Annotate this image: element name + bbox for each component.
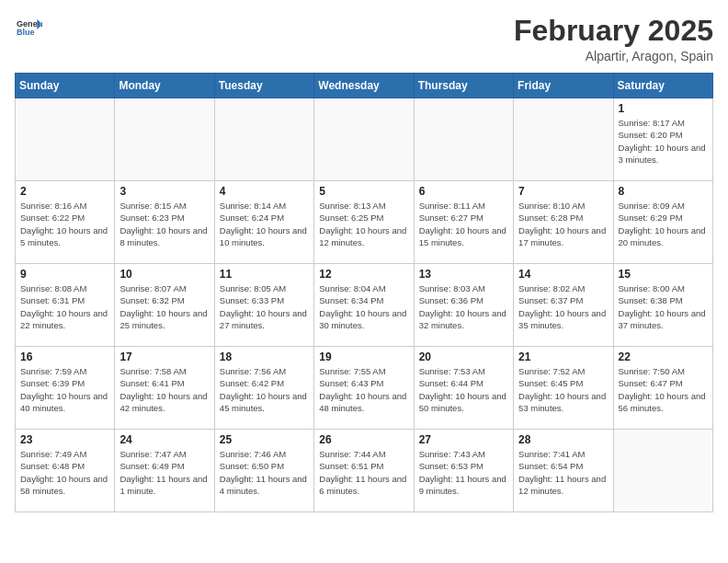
calendar-cell: 15Sunrise: 8:00 AM Sunset: 6:38 PM Dayli… — [613, 264, 712, 347]
svg-text:Blue: Blue — [17, 28, 35, 37]
day-number: 16 — [20, 350, 109, 363]
day-info: Sunrise: 8:02 AM Sunset: 6:37 PM Dayligh… — [518, 282, 608, 331]
calendar-cell: 11Sunrise: 8:05 AM Sunset: 6:33 PM Dayli… — [214, 264, 313, 347]
calendar-cell — [414, 98, 513, 181]
day-number: 23 — [20, 433, 109, 446]
day-number: 18 — [220, 350, 309, 363]
page-header: General Blue February 2025 Alpartir, Ara… — [15, 15, 713, 63]
day-number: 21 — [518, 350, 608, 363]
day-number: 9 — [20, 268, 109, 281]
calendar-cell: 20Sunrise: 7:53 AM Sunset: 6:44 PM Dayli… — [414, 347, 513, 430]
calendar-cell: 12Sunrise: 8:04 AM Sunset: 6:34 PM Dayli… — [314, 264, 414, 347]
day-info: Sunrise: 8:05 AM Sunset: 6:33 PM Dayligh… — [220, 282, 309, 331]
calendar-cell: 3Sunrise: 8:15 AM Sunset: 6:23 PM Daylig… — [115, 181, 214, 264]
day-info: Sunrise: 8:11 AM Sunset: 6:27 PM Dayligh… — [419, 200, 508, 248]
calendar-cell: 9Sunrise: 8:08 AM Sunset: 6:31 PM Daylig… — [16, 264, 115, 347]
calendar-cell: 28Sunrise: 7:41 AM Sunset: 6:54 PM Dayli… — [514, 430, 613, 512]
day-info: Sunrise: 8:07 AM Sunset: 6:32 PM Dayligh… — [119, 282, 209, 331]
day-info: Sunrise: 7:52 AM Sunset: 6:45 PM Dayligh… — [518, 365, 608, 414]
calendar-cell: 24Sunrise: 7:47 AM Sunset: 6:49 PM Dayli… — [115, 430, 214, 512]
day-number: 10 — [119, 268, 209, 281]
day-number: 5 — [319, 185, 408, 198]
calendar-week-row: 2Sunrise: 8:16 AM Sunset: 6:22 PM Daylig… — [16, 181, 713, 264]
calendar-title: February 2025 — [514, 15, 713, 47]
calendar-cell: 26Sunrise: 7:44 AM Sunset: 6:51 PM Dayli… — [314, 430, 414, 512]
calendar-cell: 5Sunrise: 8:13 AM Sunset: 6:25 PM Daylig… — [314, 181, 414, 264]
day-number: 3 — [119, 185, 209, 198]
calendar-table: SundayMondayTuesdayWednesdayThursdayFrid… — [15, 73, 713, 512]
weekday-header-wednesday: Wednesday — [314, 74, 414, 98]
day-info: Sunrise: 7:50 AM Sunset: 6:47 PM Dayligh… — [619, 365, 708, 414]
day-info: Sunrise: 7:59 AM Sunset: 6:39 PM Dayligh… — [20, 365, 109, 414]
day-info: Sunrise: 7:53 AM Sunset: 6:44 PM Dayligh… — [419, 365, 508, 414]
calendar-week-row: 23Sunrise: 7:49 AM Sunset: 6:48 PM Dayli… — [16, 430, 713, 512]
day-number: 28 — [518, 433, 608, 446]
day-info: Sunrise: 8:10 AM Sunset: 6:28 PM Dayligh… — [518, 200, 608, 248]
day-info: Sunrise: 8:15 AM Sunset: 6:23 PM Dayligh… — [119, 200, 209, 248]
day-number: 11 — [220, 268, 309, 281]
calendar-week-row: 1Sunrise: 8:17 AM Sunset: 6:20 PM Daylig… — [16, 98, 713, 181]
logo-icon: General Blue — [17, 15, 42, 40]
day-info: Sunrise: 8:04 AM Sunset: 6:34 PM Dayligh… — [319, 282, 408, 331]
day-info: Sunrise: 8:14 AM Sunset: 6:24 PM Dayligh… — [220, 200, 309, 248]
day-info: Sunrise: 7:55 AM Sunset: 6:43 PM Dayligh… — [319, 365, 408, 414]
calendar-cell — [514, 98, 613, 181]
day-number: 1 — [619, 102, 708, 115]
calendar-cell: 8Sunrise: 8:09 AM Sunset: 6:29 PM Daylig… — [613, 181, 712, 264]
day-info: Sunrise: 7:49 AM Sunset: 6:48 PM Dayligh… — [20, 448, 109, 497]
calendar-cell: 6Sunrise: 8:11 AM Sunset: 6:27 PM Daylig… — [414, 181, 513, 264]
calendar-cell — [314, 98, 414, 181]
calendar-cell: 19Sunrise: 7:55 AM Sunset: 6:43 PM Dayli… — [314, 347, 414, 430]
calendar-cell: 7Sunrise: 8:10 AM Sunset: 6:28 PM Daylig… — [514, 181, 613, 264]
calendar-cell — [16, 98, 115, 181]
weekday-header-row: SundayMondayTuesdayWednesdayThursdayFrid… — [16, 74, 713, 98]
day-number: 22 — [619, 350, 708, 363]
day-number: 14 — [518, 268, 608, 281]
day-number: 13 — [419, 268, 508, 281]
calendar-week-row: 16Sunrise: 7:59 AM Sunset: 6:39 PM Dayli… — [16, 347, 713, 430]
calendar-cell: 23Sunrise: 7:49 AM Sunset: 6:48 PM Dayli… — [16, 430, 115, 512]
day-number: 6 — [419, 185, 508, 198]
calendar-cell: 27Sunrise: 7:43 AM Sunset: 6:53 PM Dayli… — [414, 430, 513, 512]
day-number: 17 — [119, 350, 209, 363]
logo: General Blue — [15, 15, 42, 44]
calendar-subtitle: Alpartir, Aragon, Spain — [514, 49, 713, 63]
day-number: 24 — [119, 433, 209, 446]
day-info: Sunrise: 8:16 AM Sunset: 6:22 PM Dayligh… — [20, 200, 109, 248]
calendar-cell: 4Sunrise: 8:14 AM Sunset: 6:24 PM Daylig… — [214, 181, 313, 264]
calendar-cell — [214, 98, 313, 181]
day-number: 2 — [20, 185, 109, 198]
calendar-cell: 16Sunrise: 7:59 AM Sunset: 6:39 PM Dayli… — [16, 347, 115, 430]
day-info: Sunrise: 7:43 AM Sunset: 6:53 PM Dayligh… — [419, 448, 508, 497]
day-info: Sunrise: 7:56 AM Sunset: 6:42 PM Dayligh… — [220, 365, 309, 414]
day-number: 12 — [319, 268, 408, 281]
day-info: Sunrise: 8:00 AM Sunset: 6:38 PM Dayligh… — [619, 282, 708, 331]
day-number: 4 — [220, 185, 309, 198]
day-info: Sunrise: 8:08 AM Sunset: 6:31 PM Dayligh… — [20, 282, 109, 331]
calendar-cell: 13Sunrise: 8:03 AM Sunset: 6:36 PM Dayli… — [414, 264, 513, 347]
calendar-cell: 25Sunrise: 7:46 AM Sunset: 6:50 PM Dayli… — [214, 430, 313, 512]
day-number: 27 — [419, 433, 508, 446]
day-info: Sunrise: 7:41 AM Sunset: 6:54 PM Dayligh… — [518, 448, 608, 497]
calendar-cell: 2Sunrise: 8:16 AM Sunset: 6:22 PM Daylig… — [16, 181, 115, 264]
calendar-week-row: 9Sunrise: 8:08 AM Sunset: 6:31 PM Daylig… — [16, 264, 713, 347]
weekday-header-saturday: Saturday — [613, 74, 712, 98]
calendar-cell: 14Sunrise: 8:02 AM Sunset: 6:37 PM Dayli… — [514, 264, 613, 347]
day-number: 7 — [518, 185, 608, 198]
day-info: Sunrise: 8:03 AM Sunset: 6:36 PM Dayligh… — [419, 282, 508, 331]
calendar-cell: 18Sunrise: 7:56 AM Sunset: 6:42 PM Dayli… — [214, 347, 313, 430]
title-block: February 2025 Alpartir, Aragon, Spain — [514, 15, 713, 63]
calendar-cell: 22Sunrise: 7:50 AM Sunset: 6:47 PM Dayli… — [613, 347, 712, 430]
day-info: Sunrise: 8:09 AM Sunset: 6:29 PM Dayligh… — [619, 200, 708, 248]
day-info: Sunrise: 8:17 AM Sunset: 6:20 PM Dayligh… — [619, 117, 708, 166]
weekday-header-monday: Monday — [115, 74, 214, 98]
weekday-header-tuesday: Tuesday — [214, 74, 313, 98]
day-number: 20 — [419, 350, 508, 363]
day-info: Sunrise: 7:46 AM Sunset: 6:50 PM Dayligh… — [220, 448, 309, 497]
weekday-header-friday: Friday — [514, 74, 613, 98]
calendar-cell — [613, 430, 712, 512]
calendar-cell: 17Sunrise: 7:58 AM Sunset: 6:41 PM Dayli… — [115, 347, 214, 430]
day-number: 15 — [619, 268, 708, 281]
day-info: Sunrise: 7:58 AM Sunset: 6:41 PM Dayligh… — [119, 365, 209, 414]
calendar-cell — [115, 98, 214, 181]
